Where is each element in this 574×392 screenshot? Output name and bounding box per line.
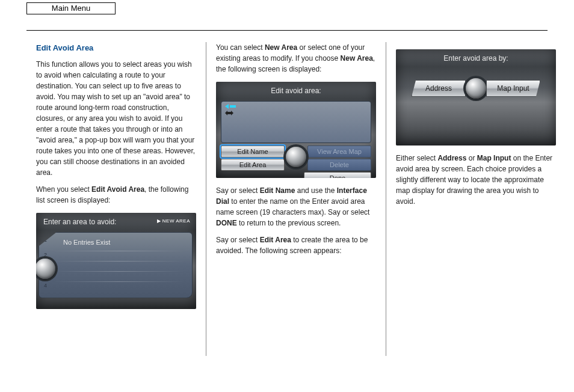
col2-para2: Say or select Edit Name and use the Inte… [216,185,376,228]
nav2-title: Edit avoid area: [216,82,376,99]
address-button[interactable]: Address [412,80,466,97]
nav2-panel-icons [225,104,367,115]
nav2-knob-cell [285,145,307,171]
col1-para1: This function allows you to select areas… [36,59,196,178]
main-menu-button[interactable]: Main Menu [26,2,116,14]
edit-name-button[interactable]: Edit Name [221,145,285,158]
screenshot-edit-avoid-area: Edit avoid area: Edit Name Edit Area Vie… [216,82,376,178]
svg-rect-2 [227,112,231,114]
nav3-knob [466,78,486,99]
column-1: Edit Avoid Area This function allows you… [26,42,206,356]
content-columns: Edit Avoid Area This function allows you… [26,42,548,356]
col3-para1: Either select Address or Map Input on th… [396,153,556,207]
delete-button[interactable]: Delete [307,159,371,171]
nav1-entry: No Entries Exist [39,233,192,251]
col2-para1: You can select New Area or select one of… [216,42,376,75]
col1-para2: When you select Edit Avoid Area, the fol… [36,184,196,206]
nav3-title: Enter avoid area by: [396,49,556,66]
screenshot-enter-avoid-area-by: Enter avoid area by: Address Map Input [396,49,556,145]
nav2-knob [286,147,306,167]
divider [26,30,548,31]
svg-rect-1 [230,105,236,108]
nav3-body: Address Map Input [396,66,556,114]
nav1-knob [36,259,55,279]
view-area-map-button[interactable]: View Area Map [307,145,371,158]
nav2-preview-panel [221,101,371,143]
nav2-button-grid: Edit Name Edit Area View Area Map Delete [221,145,371,171]
nav1-list-panel: 1 2 3 4 5 No Entries Exist [39,232,193,298]
nav1-new-area-hint: ▶ NEW AREA [157,218,190,225]
done-button[interactable]: Done [304,172,371,178]
svg-marker-0 [225,104,229,109]
edit-area-button[interactable]: Edit Area [221,159,285,171]
column-2: You can select New Area or select one of… [206,42,386,356]
map-input-button[interactable]: Map Input [486,80,540,97]
column-3: Enter avoid area by: Address Map Input E… [386,42,566,356]
screenshot-enter-area-to-avoid: Enter an area to avoid: ▶ NEW AREA 1 2 3… [36,213,196,309]
col1-heading: Edit Avoid Area [36,42,196,54]
col2-para3: Say or select Edit Area to create the ar… [216,234,376,256]
